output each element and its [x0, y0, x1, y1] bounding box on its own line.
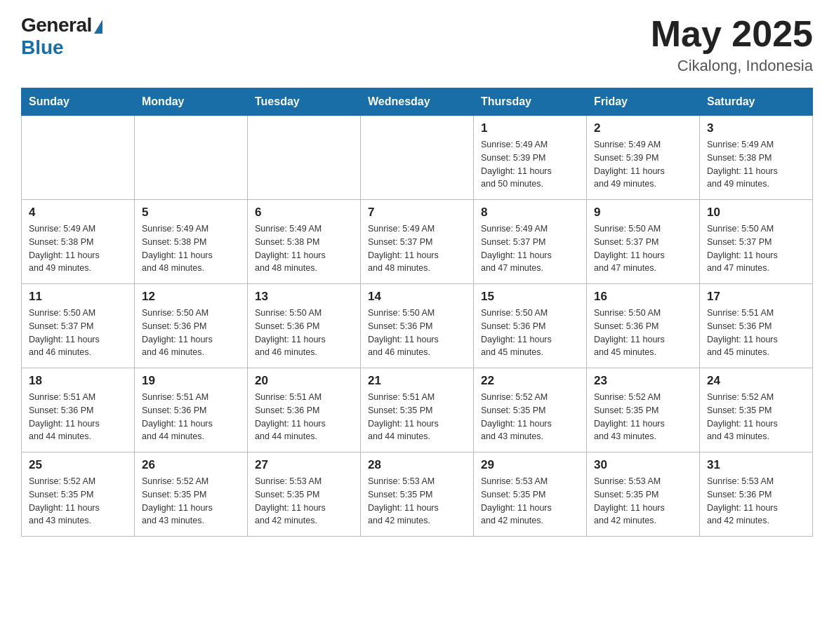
day-info: Sunrise: 5:49 AM Sunset: 5:38 PM Dayligh… — [255, 222, 353, 275]
logo-blue-text: Blue — [21, 36, 64, 59]
calendar-cell — [22, 116, 135, 200]
calendar-cell: 6Sunrise: 5:49 AM Sunset: 5:38 PM Daylig… — [248, 200, 361, 284]
day-number: 2 — [594, 121, 692, 135]
calendar-cell: 18Sunrise: 5:51 AM Sunset: 5:36 PM Dayli… — [22, 368, 135, 452]
day-info: Sunrise: 5:50 AM Sunset: 5:37 PM Dayligh… — [29, 307, 127, 359]
day-number: 29 — [481, 458, 579, 472]
day-number: 21 — [368, 374, 466, 388]
day-number: 26 — [142, 458, 240, 472]
day-number: 25 — [29, 458, 127, 472]
calendar-cell: 11Sunrise: 5:50 AM Sunset: 5:37 PM Dayli… — [22, 284, 135, 368]
title-section: May 2025 Cikalong, Indonesia — [651, 14, 813, 75]
logo: General Blue — [21, 14, 102, 59]
calendar-cell: 28Sunrise: 5:53 AM Sunset: 5:35 PM Dayli… — [361, 452, 474, 537]
calendar-cell: 10Sunrise: 5:50 AM Sunset: 5:37 PM Dayli… — [700, 200, 813, 284]
calendar-cell: 14Sunrise: 5:50 AM Sunset: 5:36 PM Dayli… — [361, 284, 474, 368]
day-info: Sunrise: 5:49 AM Sunset: 5:38 PM Dayligh… — [707, 138, 805, 191]
day-number: 5 — [142, 206, 240, 220]
calendar-cell: 20Sunrise: 5:51 AM Sunset: 5:36 PM Dayli… — [248, 368, 361, 452]
weekday-header-tuesday: Tuesday — [248, 88, 361, 116]
day-info: Sunrise: 5:49 AM Sunset: 5:37 PM Dayligh… — [481, 222, 579, 275]
day-info: Sunrise: 5:49 AM Sunset: 5:38 PM Dayligh… — [142, 222, 240, 275]
day-info: Sunrise: 5:53 AM Sunset: 5:35 PM Dayligh… — [481, 475, 579, 528]
calendar-cell: 23Sunrise: 5:52 AM Sunset: 5:35 PM Dayli… — [587, 368, 700, 452]
day-info: Sunrise: 5:51 AM Sunset: 5:36 PM Dayligh… — [255, 391, 353, 443]
calendar-week-1: 1Sunrise: 5:49 AM Sunset: 5:39 PM Daylig… — [22, 116, 813, 200]
day-info: Sunrise: 5:49 AM Sunset: 5:37 PM Dayligh… — [368, 222, 466, 275]
calendar-cell: 26Sunrise: 5:52 AM Sunset: 5:35 PM Dayli… — [135, 452, 248, 537]
calendar-cell: 29Sunrise: 5:53 AM Sunset: 5:35 PM Dayli… — [474, 452, 587, 537]
day-info: Sunrise: 5:52 AM Sunset: 5:35 PM Dayligh… — [29, 475, 127, 528]
calendar-cell — [135, 116, 248, 200]
calendar-cell: 27Sunrise: 5:53 AM Sunset: 5:35 PM Dayli… — [248, 452, 361, 537]
calendar-cell: 13Sunrise: 5:50 AM Sunset: 5:36 PM Dayli… — [248, 284, 361, 368]
day-number: 20 — [255, 374, 353, 388]
calendar-cell: 5Sunrise: 5:49 AM Sunset: 5:38 PM Daylig… — [135, 200, 248, 284]
weekday-header-row: SundayMondayTuesdayWednesdayThursdayFrid… — [22, 88, 813, 116]
calendar-cell: 4Sunrise: 5:49 AM Sunset: 5:38 PM Daylig… — [22, 200, 135, 284]
calendar-cell: 8Sunrise: 5:49 AM Sunset: 5:37 PM Daylig… — [474, 200, 587, 284]
day-number: 12 — [142, 290, 240, 304]
weekday-header-sunday: Sunday — [22, 88, 135, 116]
calendar-cell: 31Sunrise: 5:53 AM Sunset: 5:36 PM Dayli… — [700, 452, 813, 537]
calendar-cell: 7Sunrise: 5:49 AM Sunset: 5:37 PM Daylig… — [361, 200, 474, 284]
calendar-cell: 25Sunrise: 5:52 AM Sunset: 5:35 PM Dayli… — [22, 452, 135, 537]
calendar-cell: 30Sunrise: 5:53 AM Sunset: 5:35 PM Dayli… — [587, 452, 700, 537]
day-number: 4 — [29, 206, 127, 220]
day-info: Sunrise: 5:52 AM Sunset: 5:35 PM Dayligh… — [481, 391, 579, 443]
day-info: Sunrise: 5:52 AM Sunset: 5:35 PM Dayligh… — [594, 391, 692, 443]
calendar-cell: 9Sunrise: 5:50 AM Sunset: 5:37 PM Daylig… — [587, 200, 700, 284]
day-number: 17 — [707, 290, 805, 304]
day-number: 15 — [481, 290, 579, 304]
calendar-week-5: 25Sunrise: 5:52 AM Sunset: 5:35 PM Dayli… — [22, 452, 813, 537]
location-label: Cikalong, Indonesia — [651, 57, 813, 75]
calendar-cell — [361, 116, 474, 200]
day-info: Sunrise: 5:50 AM Sunset: 5:36 PM Dayligh… — [368, 307, 466, 359]
calendar-cell: 21Sunrise: 5:51 AM Sunset: 5:35 PM Dayli… — [361, 368, 474, 452]
day-info: Sunrise: 5:53 AM Sunset: 5:36 PM Dayligh… — [707, 475, 805, 528]
calendar-cell: 1Sunrise: 5:49 AM Sunset: 5:39 PM Daylig… — [474, 116, 587, 200]
day-number: 13 — [255, 290, 353, 304]
calendar-cell — [248, 116, 361, 200]
day-number: 11 — [29, 290, 127, 304]
page-header: General Blue May 2025 Cikalong, Indonesi… — [21, 14, 813, 75]
day-info: Sunrise: 5:51 AM Sunset: 5:35 PM Dayligh… — [368, 391, 466, 443]
day-info: Sunrise: 5:51 AM Sunset: 5:36 PM Dayligh… — [707, 307, 805, 359]
calendar-table: SundayMondayTuesdayWednesdayThursdayFrid… — [21, 88, 813, 537]
day-info: Sunrise: 5:53 AM Sunset: 5:35 PM Dayligh… — [594, 475, 692, 528]
day-info: Sunrise: 5:50 AM Sunset: 5:37 PM Dayligh… — [707, 222, 805, 275]
day-number: 10 — [707, 206, 805, 220]
day-number: 6 — [255, 206, 353, 220]
day-info: Sunrise: 5:52 AM Sunset: 5:35 PM Dayligh… — [707, 391, 805, 443]
calendar-cell: 12Sunrise: 5:50 AM Sunset: 5:36 PM Dayli… — [135, 284, 248, 368]
weekday-header-thursday: Thursday — [474, 88, 587, 116]
day-number: 31 — [707, 458, 805, 472]
logo-general-text: General — [21, 14, 92, 36]
day-number: 16 — [594, 290, 692, 304]
calendar-week-2: 4Sunrise: 5:49 AM Sunset: 5:38 PM Daylig… — [22, 200, 813, 284]
calendar-cell: 16Sunrise: 5:50 AM Sunset: 5:36 PM Dayli… — [587, 284, 700, 368]
day-info: Sunrise: 5:50 AM Sunset: 5:36 PM Dayligh… — [142, 307, 240, 359]
day-info: Sunrise: 5:52 AM Sunset: 5:35 PM Dayligh… — [142, 475, 240, 528]
calendar-week-3: 11Sunrise: 5:50 AM Sunset: 5:37 PM Dayli… — [22, 284, 813, 368]
day-number: 30 — [594, 458, 692, 472]
weekday-header-friday: Friday — [587, 88, 700, 116]
day-info: Sunrise: 5:53 AM Sunset: 5:35 PM Dayligh… — [255, 475, 353, 528]
month-title: May 2025 — [651, 14, 813, 54]
day-info: Sunrise: 5:51 AM Sunset: 5:36 PM Dayligh… — [142, 391, 240, 443]
day-number: 1 — [481, 121, 579, 135]
day-info: Sunrise: 5:53 AM Sunset: 5:35 PM Dayligh… — [368, 475, 466, 528]
weekday-header-monday: Monday — [135, 88, 248, 116]
day-number: 18 — [29, 374, 127, 388]
calendar-cell: 19Sunrise: 5:51 AM Sunset: 5:36 PM Dayli… — [135, 368, 248, 452]
day-info: Sunrise: 5:49 AM Sunset: 5:39 PM Dayligh… — [594, 138, 692, 191]
day-number: 19 — [142, 374, 240, 388]
calendar-cell: 24Sunrise: 5:52 AM Sunset: 5:35 PM Dayli… — [700, 368, 813, 452]
day-number: 8 — [481, 206, 579, 220]
day-info: Sunrise: 5:50 AM Sunset: 5:36 PM Dayligh… — [594, 307, 692, 359]
day-info: Sunrise: 5:49 AM Sunset: 5:39 PM Dayligh… — [481, 138, 579, 191]
weekday-header-saturday: Saturday — [700, 88, 813, 116]
day-number: 23 — [594, 374, 692, 388]
day-info: Sunrise: 5:50 AM Sunset: 5:37 PM Dayligh… — [594, 222, 692, 275]
day-info: Sunrise: 5:51 AM Sunset: 5:36 PM Dayligh… — [29, 391, 127, 443]
